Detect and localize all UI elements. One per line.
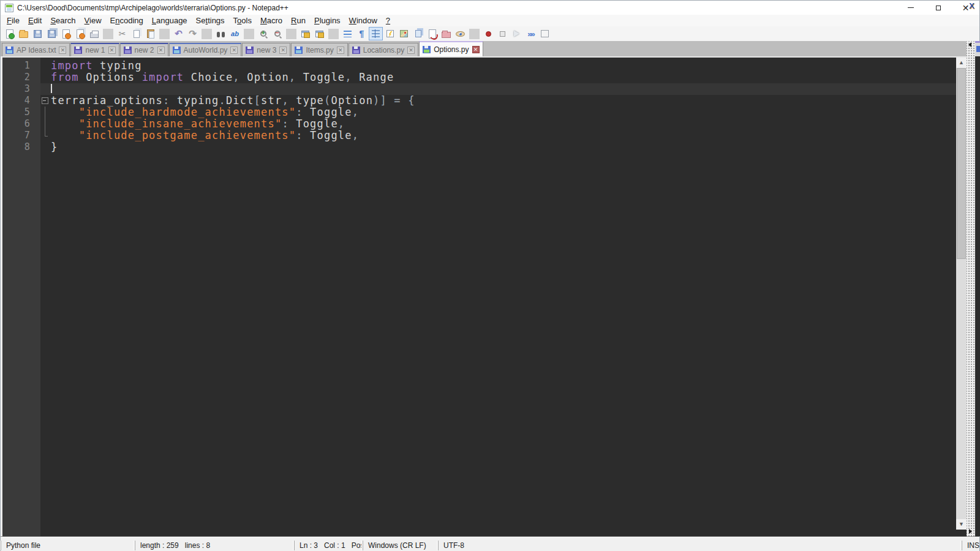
fold-margin[interactable]: [40, 141, 51, 153]
toolbar-button[interactable]: [284, 29, 298, 39]
code-token: :: [296, 129, 310, 141]
toolbar-button[interactable]: »»: [524, 27, 538, 40]
scroll-down-icon[interactable]: ▼: [956, 519, 967, 530]
code-area[interactable]: 1 import typing 2 from Options import Ch…: [2, 58, 956, 536]
tab-close-icon[interactable]: ✕: [472, 46, 480, 53]
menu-item[interactable]: Macro: [256, 15, 287, 26]
toolbar-button[interactable]: [2, 27, 17, 40]
tab-close-icon[interactable]: ✕: [108, 47, 116, 54]
document-tab[interactable]: new 3 ✕: [242, 43, 290, 56]
document-tab[interactable]: Options.py ✕: [419, 41, 483, 56]
fold-margin[interactable]: [40, 118, 51, 130]
toolbar-button[interactable]: [510, 27, 524, 40]
toolbar-button[interactable]: [31, 27, 45, 40]
toolbar-button[interactable]: [326, 29, 341, 39]
tab-close-icon[interactable]: ✕: [337, 47, 344, 54]
toolbar-button[interactable]: ¶: [355, 27, 369, 40]
document-tab[interactable]: Locations.py ✕: [349, 43, 418, 56]
restore-button[interactable]: [924, 1, 952, 15]
editor-area[interactable]: 1 import typing 2 from Options import Ch…: [2, 56, 967, 536]
document-tab[interactable]: new 1 ✕: [70, 43, 119, 56]
toolbar-button[interactable]: ↷: [186, 27, 200, 40]
document-tab[interactable]: AP Ideas.txt ✕: [2, 43, 70, 56]
toolbar-button[interactable]: [411, 27, 425, 40]
tab-label: new 3: [257, 46, 276, 54]
tab-close-icon[interactable]: ✕: [407, 47, 415, 54]
status-bar: Python file length : 259 lines : 8 Ln : …: [1, 539, 979, 551]
close-button[interactable]: ✕: [952, 1, 979, 15]
toolbar-button[interactable]: [214, 27, 228, 40]
document-tab[interactable]: new 2 ✕: [120, 43, 168, 56]
tab-close-icon[interactable]: ✕: [59, 47, 66, 54]
toolbar-button[interactable]: [453, 27, 467, 40]
close-document-icon[interactable]: X: [969, 1, 974, 10]
toolbar-button[interactable]: [256, 27, 270, 40]
toolbar-button-icon: ✂: [117, 29, 127, 39]
fold-margin[interactable]: [40, 107, 51, 118]
menu-item[interactable]: Encoding: [106, 15, 148, 26]
toolbar-button[interactable]: [383, 27, 397, 40]
scroll-up-icon[interactable]: ▲: [956, 58, 967, 68]
toolbar-button[interactable]: [270, 27, 284, 40]
tab-close-icon[interactable]: ✕: [279, 47, 287, 54]
code-token: Dict: [226, 94, 254, 107]
fold-margin[interactable]: [40, 83, 51, 95]
document-tab[interactable]: AutoWorld.py ✕: [169, 43, 242, 56]
menu-item[interactable]: View: [80, 15, 106, 26]
menu-item[interactable]: ?: [382, 15, 394, 26]
menu-item[interactable]: Language: [148, 15, 192, 26]
fold-margin[interactable]: [40, 130, 51, 141]
minimize-button[interactable]: [897, 1, 924, 15]
floppy-disk-icon: [246, 47, 254, 54]
scrollbar-thumb[interactable]: [957, 68, 966, 259]
menu-item[interactable]: Plugins: [310, 15, 345, 26]
toolbar-button[interactable]: [481, 27, 496, 40]
toolbar-button[interactable]: [369, 27, 383, 40]
toolbar-button[interactable]: [59, 27, 73, 40]
fold-margin[interactable]: [40, 72, 51, 83]
toolbar-button[interactable]: [425, 27, 439, 40]
view-splitter[interactable]: [967, 41, 975, 536]
menu-item[interactable]: Window: [345, 15, 382, 26]
tab-label: Options.py: [434, 45, 469, 54]
splitter-collapse-left-icon[interactable]: [968, 42, 971, 47]
menu-item[interactable]: File: [2, 15, 24, 26]
menu-item[interactable]: Edit: [24, 15, 46, 26]
toolbar-button[interactable]: ✂: [115, 27, 129, 40]
toolbar-button[interactable]: [45, 27, 59, 40]
fold-margin[interactable]: [40, 95, 51, 107]
toolbar-button[interactable]: [312, 27, 326, 40]
document-tab[interactable]: Items.py ✕: [291, 43, 347, 56]
toolbar-button[interactable]: [73, 27, 87, 40]
toolbar-button[interactable]: [439, 27, 453, 40]
toolbar-button[interactable]: [143, 27, 157, 40]
toolbar-button[interactable]: [496, 27, 510, 40]
tab-bar: AP Ideas.txt ✕ new 1 ✕ new 2 ✕ AutoWorld…: [1, 41, 967, 56]
menu-item[interactable]: Run: [287, 15, 310, 26]
code-token: }: [51, 141, 58, 153]
toolbar-button[interactable]: [341, 27, 355, 40]
toolbar-button[interactable]: [87, 27, 101, 40]
fold-margin[interactable]: [40, 60, 51, 72]
vertical-scrollbar[interactable]: ▲ ▼: [956, 58, 967, 530]
code-token: ,: [233, 71, 247, 83]
menu-item[interactable]: Settings: [192, 15, 229, 26]
menu-item[interactable]: Search: [46, 15, 80, 26]
toolbar-button[interactable]: ab: [228, 27, 242, 40]
toolbar-button[interactable]: ↶: [172, 27, 186, 40]
splitter-collapse-right-icon[interactable]: [969, 529, 972, 534]
toolbar-button[interactable]: [157, 29, 172, 39]
toolbar-button[interactable]: [242, 29, 256, 39]
toolbar-button[interactable]: [397, 27, 411, 40]
toolbar-button[interactable]: [538, 27, 552, 40]
toolbar-button[interactable]: [129, 27, 143, 40]
menu-item[interactable]: Tools: [229, 15, 256, 26]
toolbar-button[interactable]: [17, 27, 31, 40]
toolbar-button[interactable]: [467, 29, 481, 39]
toolbar-button[interactable]: [101, 29, 115, 39]
tab-close-icon[interactable]: ✕: [230, 47, 238, 54]
toolbar-button[interactable]: [200, 29, 214, 39]
tab-label: Items.py: [306, 46, 333, 54]
toolbar-button[interactable]: [298, 27, 312, 40]
tab-close-icon[interactable]: ✕: [157, 47, 165, 54]
